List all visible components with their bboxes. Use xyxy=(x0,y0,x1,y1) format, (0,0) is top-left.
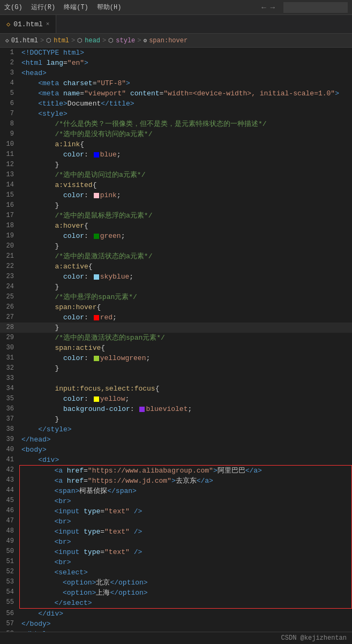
ln-32: 32 xyxy=(0,363,19,373)
line-8: 8 /*什么是伪类？一很像类，但不是类，是元素特殊状态的一种描述*/ xyxy=(0,119,352,129)
ln-12: 12 xyxy=(0,160,19,170)
lc-55: </select> xyxy=(21,598,350,608)
ln-16: 16 xyxy=(0,200,19,211)
lc-29: /*选中的是激活状态的span元素*/ xyxy=(19,333,352,343)
ln-1: 1 xyxy=(0,48,19,58)
lc-23: color: skyblue; xyxy=(19,272,352,282)
lc-56: </div> xyxy=(19,609,352,619)
ln-42: 42 xyxy=(0,465,19,475)
ln-55: 55 xyxy=(0,597,19,608)
menu-terminal[interactable]: 终端(T) xyxy=(64,3,88,12)
ln-outer-51: 51 xyxy=(0,557,19,567)
ln-43: 43 xyxy=(0,475,19,485)
menu-bar: 文(G) 运行(R) 终端(T) 帮助(H) ← → xyxy=(0,0,352,15)
lc-16: } xyxy=(19,200,352,211)
line-9: 9 /*选中的是没有访问的a元素*/ xyxy=(0,129,352,139)
ln-48: 48 xyxy=(0,526,19,536)
line-29: 29 /*选中的是激活状态的span元素*/ xyxy=(0,333,352,343)
lc-30: span:active{ xyxy=(19,343,352,353)
editor[interactable]: 1 <!DOCTYPE html> 2 <html lang="en"> 3 <… xyxy=(0,48,352,639)
ln-36: 36 xyxy=(0,404,19,414)
line-2: 2 <html lang="en"> xyxy=(0,58,352,68)
line-10: 10 a:link{ xyxy=(0,139,352,149)
lc-38: </style> xyxy=(19,424,352,435)
line-24: 24 } xyxy=(0,282,352,292)
line-18: 18 a:hover{ xyxy=(0,221,352,231)
ln-8: 8 xyxy=(0,119,19,129)
ln-27: 27 xyxy=(0,312,19,323)
ln-21: 21 xyxy=(0,251,19,261)
ln-31: 31 xyxy=(0,353,19,363)
forward-arrow[interactable]: → xyxy=(271,3,275,12)
ln-22: 22 xyxy=(0,261,19,272)
lc-28: } xyxy=(19,323,352,333)
lc-50: <input type="text" /> xyxy=(21,547,350,557)
ln-13: 13 xyxy=(0,170,19,180)
menu-run[interactable]: 运行(R) xyxy=(31,3,56,12)
line-16: 16 } xyxy=(0,200,352,211)
ln-outer-46: 46 xyxy=(0,506,19,516)
line-38: 38 </style> xyxy=(0,424,352,435)
ln-35: 35 xyxy=(0,394,19,404)
lc-36: background-color: blueviolet; xyxy=(19,404,352,414)
ln-46: 46 xyxy=(0,506,19,516)
search-input[interactable] xyxy=(283,2,348,13)
bc-html-icon: ⬡ xyxy=(46,37,51,44)
line-25: 25 /*选中悬浮的span元素*/ xyxy=(0,292,352,302)
lc-24: } xyxy=(19,282,352,292)
ln-29: 29 xyxy=(0,333,19,343)
lc-27: color: red; xyxy=(19,312,352,323)
lc-14: a:visited{ xyxy=(19,180,352,190)
line-30: 30 span:active{ xyxy=(0,343,352,353)
ln-53: 53 xyxy=(0,577,19,587)
ln-50: 50 xyxy=(0,546,19,557)
lc-53: <option>北京</option> xyxy=(21,578,350,588)
lc-6: <title>Document</title> xyxy=(19,99,352,109)
bc-file: 01.html xyxy=(11,37,38,44)
ln-6: 6 xyxy=(0,99,19,109)
bc-style: style xyxy=(116,37,135,44)
line-35: 35 color: yellow; xyxy=(0,394,352,404)
line-32: 32 } xyxy=(0,363,352,373)
bc-style-icon: ⬡ xyxy=(108,37,114,44)
tab-01html[interactable]: ◇ 01.html × xyxy=(0,15,56,33)
lc-10: a:link{ xyxy=(19,139,352,149)
line-1: 1 <!DOCTYPE html> xyxy=(0,48,352,58)
lc-57: </body> xyxy=(19,619,352,629)
line-21: 21 /*选中的是激活状态的a元素*/ xyxy=(0,251,352,261)
lc-19: color: green; xyxy=(19,231,352,241)
lc-4: <meta charset="UTF-8"> xyxy=(19,78,352,88)
lc-46: <input type="text" /> xyxy=(21,506,350,516)
lc-47: <br> xyxy=(21,516,350,527)
menu-help[interactable]: 帮助(H) xyxy=(97,3,122,12)
ln-outer-43: 43 xyxy=(0,475,19,485)
lc-41: <div> xyxy=(19,455,352,465)
line-19: 19 color: green; xyxy=(0,231,352,241)
ln-28: 28 xyxy=(0,323,19,333)
back-arrow[interactable]: ← xyxy=(261,3,266,12)
bc-sep2: > xyxy=(71,37,75,44)
tab-filename: 01.html xyxy=(13,20,43,28)
close-tab-button[interactable]: × xyxy=(46,21,50,27)
lc-52: <select> xyxy=(21,567,350,578)
lc-31: color: yellowgreen; xyxy=(19,353,352,363)
ln-outer-48: 48 xyxy=(0,526,19,536)
ln-41: 41 xyxy=(0,455,19,465)
line-22: 22 a:active{ xyxy=(0,261,352,272)
breadcrumb: ◇ 01.html > ⬡ html > ⬡ head > ⬡ style > … xyxy=(0,34,352,48)
lc-44: <span>柯基侦探</span> xyxy=(21,486,350,496)
ln-34: 34 xyxy=(0,384,19,394)
lc-2: <html lang="en"> xyxy=(19,58,352,68)
lc-8: /*什么是伪类？一很像类，但不是类，是元素特殊状态的一种描述*/ xyxy=(19,119,352,129)
ln-51: 51 xyxy=(0,557,19,567)
bc-sep4: > xyxy=(137,37,141,44)
ln-54: 54 xyxy=(0,587,19,597)
menu-file[interactable]: 文(G) xyxy=(4,3,23,12)
line-36: 36 background-color: blueviolet; xyxy=(0,404,352,414)
ln-outer-44: 44 xyxy=(0,485,19,496)
lc-22: a:active{ xyxy=(19,261,352,272)
line-7: 7 <style> xyxy=(0,109,352,119)
line-33: 33 xyxy=(0,373,352,384)
lc-12: } xyxy=(19,160,352,170)
lc-1: <!DOCTYPE html> xyxy=(19,48,352,58)
